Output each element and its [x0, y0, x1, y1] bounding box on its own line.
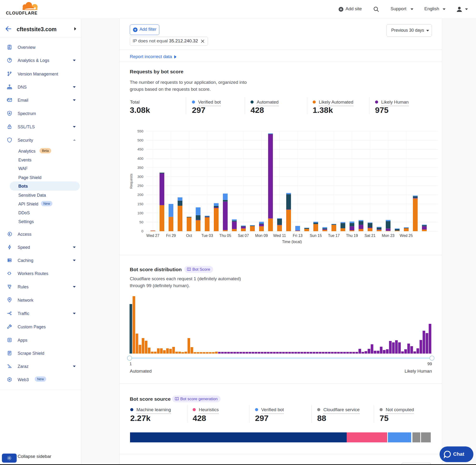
- svg-text:350: 350: [138, 166, 143, 169]
- svg-text:Oct: Oct: [186, 233, 192, 238]
- svg-text:150: 150: [138, 202, 143, 206]
- svg-text:Time (local): Time (local): [282, 240, 302, 244]
- svg-text:0: 0: [141, 229, 143, 233]
- svg-text:Requests: Requests: [129, 174, 133, 189]
- svg-text:300: 300: [138, 175, 143, 179]
- svg-text:Sat 07: Sat 07: [238, 233, 249, 238]
- svg-text:100: 100: [138, 211, 143, 215]
- svg-text:Fri 29: Fri 29: [166, 233, 176, 238]
- svg-text:250: 250: [138, 184, 143, 188]
- svg-text:Wed 27: Wed 27: [147, 233, 159, 238]
- svg-text:Automated: Automated: [130, 369, 152, 374]
- svg-text:Wed 11: Wed 11: [273, 233, 286, 238]
- svg-text:450: 450: [138, 147, 143, 151]
- svg-text:Likely Human: Likely Human: [405, 369, 432, 374]
- svg-text:550: 550: [138, 129, 143, 133]
- svg-text:50: 50: [139, 220, 143, 224]
- svg-text:Sun 15: Sun 15: [310, 233, 322, 238]
- svg-text:Mon 09: Mon 09: [255, 233, 268, 238]
- svg-text:Mon 23: Mon 23: [382, 233, 394, 238]
- svg-text:400: 400: [138, 157, 143, 160]
- svg-text:99: 99: [427, 362, 432, 366]
- svg-text:Tue 03: Tue 03: [201, 233, 213, 238]
- svg-text:Thu 05: Thu 05: [219, 233, 231, 238]
- svg-text:Sat 21: Sat 21: [365, 233, 376, 238]
- svg-text:Wed 25: Wed 25: [400, 233, 413, 238]
- svg-text:Fri 13: Fri 13: [293, 233, 303, 238]
- svg-text:Thu 19: Thu 19: [346, 233, 358, 238]
- svg-text:500: 500: [138, 138, 143, 142]
- svg-text:200: 200: [138, 193, 143, 197]
- svg-text:1: 1: [129, 362, 132, 366]
- svg-text:Tue 17: Tue 17: [328, 233, 339, 238]
